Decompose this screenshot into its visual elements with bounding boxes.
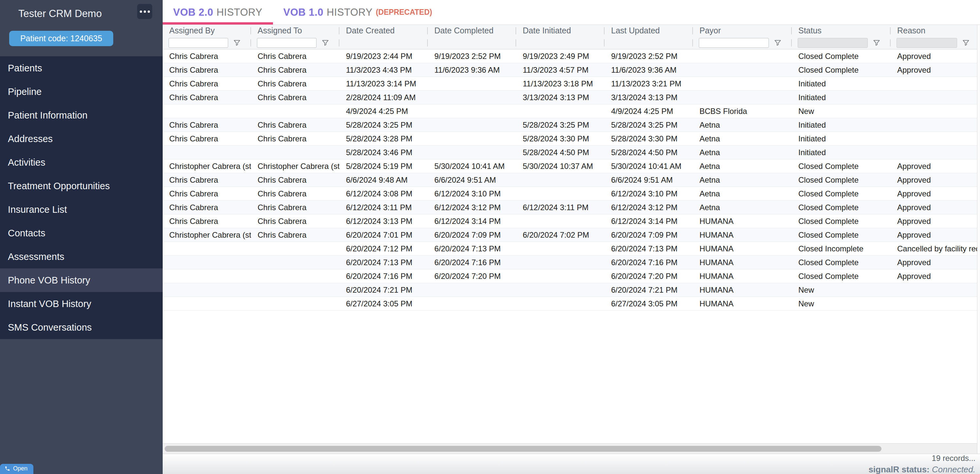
table-row[interactable]: Chris CabreraChris Cabrera9/19/2023 2:44… xyxy=(163,49,980,63)
column-header-assigned-by[interactable]: Assigned By xyxy=(163,25,251,37)
sidebar-item-insurance-list[interactable]: Insurance List xyxy=(0,198,163,221)
sidebar-item-sms-conversations[interactable]: SMS Conversations xyxy=(0,316,163,339)
cell-assigned-to: Chris Cabrera xyxy=(251,228,339,242)
sidebar-item-activities[interactable]: Activities xyxy=(0,151,163,174)
cell-assigned-to: Chris Cabrera xyxy=(251,215,339,228)
sidebar-item-addresses[interactable]: Addresses xyxy=(0,127,163,151)
cell-assigned-by: Chris Cabrera xyxy=(163,49,251,63)
column-header-date-completed[interactable]: Date Completed xyxy=(428,25,516,37)
table-row[interactable]: Chris CabreraChris Cabrera6/12/2024 3:08… xyxy=(163,187,980,200)
cell-reason: Approved xyxy=(891,269,980,283)
table-row[interactable]: Chris CabreraChris Cabrera5/28/2024 3:28… xyxy=(163,132,980,146)
cell-date-initiated xyxy=(516,297,605,310)
table-row[interactable]: 6/20/2024 7:13 PM6/20/2024 7:16 PM6/20/2… xyxy=(163,256,980,269)
cell-date-initiated: 6/20/2024 7:02 PM xyxy=(516,228,605,242)
cell-date-completed: 6/20/2024 7:13 PM xyxy=(428,242,516,255)
cell-last-updated: 5/30/2024 10:41 AM xyxy=(605,159,693,173)
cell-reason: Approved xyxy=(891,228,980,242)
column-header-date-initiated[interactable]: Date Initiated xyxy=(516,25,605,37)
grid-header-row: Assigned ByAssigned ToDate CreatedDate C… xyxy=(163,25,980,37)
cell-assigned-to: Chris Cabrera xyxy=(251,118,339,132)
filter-cell-assigned-by xyxy=(163,37,251,49)
table-row[interactable]: 6/20/2024 7:21 PM6/20/2024 7:21 PMHUMANA… xyxy=(163,283,980,297)
cell-date-created: 6/12/2024 3:13 PM xyxy=(339,215,428,228)
cell-assigned-by xyxy=(163,146,251,159)
cell-reason: Cancelled by facility request xyxy=(891,242,980,255)
horizontal-scrollbar[interactable] xyxy=(163,443,977,454)
filter-menu-button-assigned-to[interactable] xyxy=(321,39,329,47)
filter-input-assigned-to[interactable] xyxy=(257,38,317,48)
cell-date-completed: 9/19/2023 2:52 PM xyxy=(428,49,516,63)
table-row[interactable]: 6/20/2024 7:16 PM6/20/2024 7:20 PM6/20/2… xyxy=(163,269,980,283)
table-row[interactable]: 6/20/2024 7:12 PM6/20/2024 7:13 PM6/20/2… xyxy=(163,242,980,256)
table-row[interactable]: Chris CabreraChris Cabrera6/12/2024 3:13… xyxy=(163,215,980,228)
column-header-date-created[interactable]: Date Created xyxy=(339,25,428,37)
cell-date-initiated: 9/19/2023 2:49 PM xyxy=(516,49,605,63)
column-header-payor[interactable]: Payor xyxy=(693,25,792,37)
cell-last-updated: 6/12/2024 3:12 PM xyxy=(605,200,693,214)
cell-date-completed: 6/12/2024 3:14 PM xyxy=(428,215,516,228)
sidebar-item-patient-information[interactable]: Patient Information xyxy=(0,103,163,127)
filter-input-assigned-by[interactable] xyxy=(169,38,228,48)
cell-assigned-by: Chris Cabrera xyxy=(163,63,251,76)
filter-input-payor[interactable] xyxy=(699,38,769,48)
cell-reason: Approved xyxy=(891,63,980,76)
filter-menu-button-reason[interactable] xyxy=(962,39,970,47)
tab-vob-1-history[interactable]: VOB 1.0 HISTORY (DEPRECATED) xyxy=(273,0,443,25)
vertical-scrollbar-gutter[interactable] xyxy=(977,25,980,454)
sidebar-item-pipeline[interactable]: Pipeline xyxy=(0,80,163,103)
horizontal-scrollbar-thumb[interactable] xyxy=(165,446,881,452)
cell-assigned-by: Chris Cabrera xyxy=(163,77,251,90)
cell-payor: HUMANA xyxy=(693,297,792,310)
sidebar-item-contacts[interactable]: Contacts xyxy=(0,221,163,245)
column-header-reason[interactable]: Reason xyxy=(891,25,980,37)
table-row[interactable]: Chris CabreraChris Cabrera11/3/2023 4:43… xyxy=(163,63,980,77)
column-header-last-updated[interactable]: Last Updated xyxy=(605,25,693,37)
tab-vob-2-history[interactable]: VOB 2.0 HISTORY xyxy=(163,0,273,25)
more-options-button[interactable] xyxy=(137,4,152,19)
cell-last-updated: 3/13/2024 3:13 PM xyxy=(605,91,693,104)
table-row[interactable]: Christopher Cabrera (sta...Christopher C… xyxy=(163,159,980,173)
table-row[interactable]: Chris CabreraChris Cabrera2/28/2024 11:0… xyxy=(163,91,980,104)
signalr-status-label: signalR status: xyxy=(869,464,929,474)
column-header-status[interactable]: Status xyxy=(792,25,891,37)
cell-date-initiated xyxy=(516,269,605,283)
table-row[interactable]: 6/27/2024 3:05 PM6/27/2024 3:05 PMHUMANA… xyxy=(163,297,980,311)
table-row[interactable]: Christopher Cabrera (sta...Chris Cabrera… xyxy=(163,228,980,242)
open-chat-button[interactable]: Open xyxy=(0,464,33,474)
cell-payor xyxy=(693,63,792,76)
sidebar-item-assessments[interactable]: Assessments xyxy=(0,245,163,269)
sidebar-item-treatment-opportunities[interactable]: Treatment Opportunities xyxy=(0,174,163,198)
cell-payor: HUMANA xyxy=(693,256,792,269)
table-row[interactable]: Chris CabreraChris Cabrera6/12/2024 3:11… xyxy=(163,200,980,215)
cell-date-initiated: 5/30/2024 10:37 AM xyxy=(516,159,605,173)
cell-last-updated: 6/20/2024 7:16 PM xyxy=(605,256,693,269)
sidebar-item-phone-vob-history[interactable]: Phone VOB History xyxy=(0,269,163,292)
sidebar-item-patients[interactable]: Patients xyxy=(0,56,163,80)
cell-status: Closed Complete xyxy=(792,269,891,283)
filter-menu-button-status[interactable] xyxy=(872,39,881,47)
cell-payor: Aetna xyxy=(693,200,792,214)
patient-code-button[interactable]: Patient code: 1240635 xyxy=(9,31,113,46)
sidebar-item-instant-vob-history[interactable]: Instant VOB History xyxy=(0,292,163,316)
column-header-assigned-to[interactable]: Assigned To xyxy=(251,25,339,37)
tab-label: HISTORY xyxy=(327,6,372,18)
cell-status: Closed Incomplete xyxy=(792,242,891,255)
table-row[interactable]: 5/28/2024 3:46 PM5/28/2024 4:50 PM5/28/2… xyxy=(163,146,980,159)
table-row[interactable]: 4/9/2024 4:25 PM4/9/2024 4:25 PMBCBS Flo… xyxy=(163,104,980,118)
cell-date-created: 11/3/2023 4:43 PM xyxy=(339,63,428,76)
cell-status: New xyxy=(792,104,891,118)
cell-status: Closed Complete xyxy=(792,187,891,200)
cell-payor: Aetna xyxy=(693,132,792,145)
table-row[interactable]: Chris CabreraChris Cabrera11/13/2023 3:1… xyxy=(163,77,980,91)
table-row[interactable]: Chris CabreraChris Cabrera6/6/2024 9:48 … xyxy=(163,173,980,187)
cell-assigned-by xyxy=(163,256,251,269)
cell-assigned-to xyxy=(251,242,339,255)
cell-assigned-to xyxy=(251,256,339,269)
filter-menu-button-payor[interactable] xyxy=(773,39,782,47)
cell-reason: Approved xyxy=(891,173,980,186)
filter-menu-button-assigned-by[interactable] xyxy=(233,39,241,47)
cell-date-created: 2/28/2024 11:09 AM xyxy=(339,91,428,104)
table-row[interactable]: Chris CabreraChris Cabrera5/28/2024 3:25… xyxy=(163,118,980,132)
cell-date-completed: 6/12/2024 3:12 PM xyxy=(428,200,516,214)
